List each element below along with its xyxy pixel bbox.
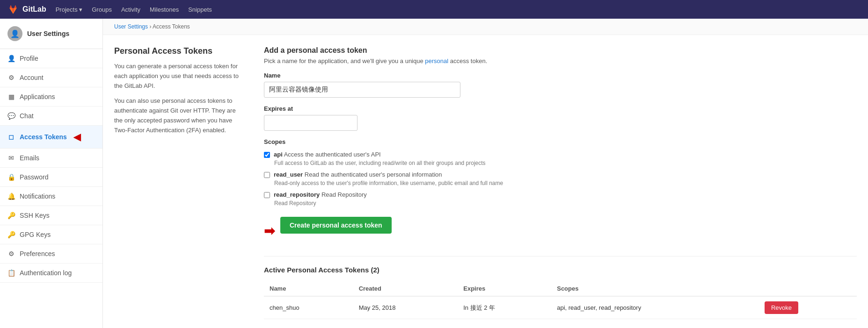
sidebar-item-password[interactable]: 🔒 Password bbox=[0, 168, 102, 187]
scope-api-checkbox[interactable] bbox=[264, 152, 270, 158]
revoke-button[interactable]: Revoke bbox=[765, 301, 798, 314]
token-revoke-cell: Revoke bbox=[759, 296, 857, 319]
description-p2: You can also use personal access tokens … bbox=[114, 96, 245, 135]
col-expires: Expires bbox=[458, 281, 551, 296]
user-avatar: 👤 bbox=[7, 26, 22, 41]
sidebar-item-chat[interactable]: 💬 Chat bbox=[0, 107, 102, 126]
main-content: User Settings › Access Tokens Personal A… bbox=[103, 19, 868, 328]
access-tokens-icon: ◻ bbox=[7, 133, 15, 141]
preferences-icon: ⚙ bbox=[7, 250, 15, 257]
breadcrumb-parent[interactable]: User Settings bbox=[114, 23, 148, 30]
form-title: Add a personal access token bbox=[264, 46, 857, 55]
scope-read-user-desc: Read the authenticated user's personal i… bbox=[305, 171, 442, 178]
ssh-keys-icon: 🔑 bbox=[7, 212, 15, 219]
token-scopes: api, read_user, read_repository bbox=[551, 296, 759, 319]
password-icon: 🔒 bbox=[7, 173, 15, 181]
breadcrumb-current: Access Tokens bbox=[153, 23, 190, 30]
expires-input[interactable] bbox=[264, 115, 357, 131]
col-scopes: Scopes bbox=[551, 281, 759, 296]
scopes-label: Scopes bbox=[264, 138, 857, 145]
top-navigation: GitLab Projects ▾ Groups Activity Milest… bbox=[0, 0, 868, 19]
scope-api-desc: Access the authenticated user's API bbox=[284, 151, 381, 158]
scope-read-user-name: read_user bbox=[274, 171, 303, 178]
logo-text: GitLab bbox=[22, 5, 46, 14]
activity-link[interactable]: Activity bbox=[121, 6, 140, 13]
sidebar-navigation: 👤 Profile ⚙ Account ▦ Applications 💬 bbox=[0, 49, 102, 283]
token-created: May 25, 2018 bbox=[353, 296, 458, 319]
sidebar-header: 👤 User Settings bbox=[0, 19, 102, 49]
auth-log-icon: 📋 bbox=[7, 269, 15, 277]
name-label: Name bbox=[264, 72, 857, 79]
scope-read-repository: read_repository Read Repository Read Rep… bbox=[264, 191, 857, 207]
emails-icon: ✉ bbox=[7, 154, 15, 162]
snippets-link[interactable]: Snippets bbox=[188, 6, 212, 13]
sidebar-item-gpg-keys[interactable]: 🔑 GPG Keys bbox=[0, 225, 102, 244]
scope-read-user-detail: Read-only access to the user's profile i… bbox=[274, 179, 857, 187]
page-title: Personal Access Tokens bbox=[114, 46, 245, 56]
scope-read-repository-name: read_repository bbox=[274, 191, 320, 198]
applications-icon: ▦ bbox=[7, 93, 15, 100]
form-section: Add a personal access token Pick a name … bbox=[264, 46, 857, 319]
create-button-arrow: ➡ bbox=[264, 223, 275, 239]
scope-api-name: api bbox=[274, 151, 283, 158]
gitlab-logo[interactable]: GitLab bbox=[7, 4, 46, 15]
active-arrow-indicator: ◀ bbox=[73, 131, 80, 143]
sidebar-item-ssh-keys[interactable]: 🔑 SSH Keys bbox=[0, 206, 102, 225]
scope-read-repository-checkbox[interactable] bbox=[264, 192, 270, 198]
breadcrumb-separator: › bbox=[149, 23, 151, 30]
milestones-link[interactable]: Milestones bbox=[150, 6, 179, 13]
form-subtitle: Pick a name for the application, and we'… bbox=[264, 57, 857, 64]
table-row: chen_shuo May 25, 2018 In 接近 2 年 api, re… bbox=[264, 296, 857, 319]
col-action bbox=[759, 281, 857, 296]
create-token-button[interactable]: Create personal access token bbox=[280, 217, 392, 234]
notifications-icon: 🔔 bbox=[7, 193, 15, 200]
tokens-table: Name Created Expires Scopes chen_shuo Ma… bbox=[264, 281, 857, 319]
scope-api-detail: Full access to GitLab as the user, inclu… bbox=[274, 159, 857, 167]
scope-read-repository-detail: Read Repository bbox=[274, 199, 857, 207]
breadcrumb: User Settings › Access Tokens bbox=[103, 19, 868, 35]
page-body: Personal Access Tokens You can generate … bbox=[103, 35, 868, 328]
projects-menu[interactable]: Projects ▾ bbox=[56, 6, 83, 13]
sidebar-item-profile[interactable]: 👤 Profile bbox=[0, 49, 102, 68]
token-expires: In 接近 2 年 bbox=[458, 296, 551, 319]
description-section: Personal Access Tokens You can generate … bbox=[114, 46, 245, 319]
sidebar-title: User Settings bbox=[27, 30, 69, 37]
token-name: chen_shuo bbox=[264, 296, 353, 319]
col-name: Name bbox=[264, 281, 353, 296]
gpg-keys-icon: 🔑 bbox=[7, 231, 15, 238]
sidebar-item-notifications[interactable]: 🔔 Notifications bbox=[0, 187, 102, 206]
name-input[interactable] bbox=[264, 82, 460, 98]
sidebar-item-account[interactable]: ⚙ Account bbox=[0, 68, 102, 87]
sidebar-item-preferences[interactable]: ⚙ Preferences bbox=[0, 244, 102, 264]
expires-form-group: Expires at bbox=[264, 105, 857, 131]
scope-read-user: read_user Read the authenticated user's … bbox=[264, 171, 857, 187]
chat-icon: 💬 bbox=[7, 112, 15, 120]
scope-api: api Access the authenticated user's API … bbox=[264, 151, 857, 167]
col-created: Created bbox=[353, 281, 458, 296]
groups-menu[interactable]: Groups bbox=[92, 6, 112, 13]
active-tokens-title: Active Personal Access Tokens (2) bbox=[264, 266, 857, 274]
account-icon: ⚙ bbox=[7, 74, 15, 81]
expires-label: Expires at bbox=[264, 105, 857, 112]
name-form-group: Name bbox=[264, 72, 857, 98]
active-tokens-section: Active Personal Access Tokens (2) Name C… bbox=[264, 256, 857, 319]
sidebar-item-emails[interactable]: ✉ Emails bbox=[0, 149, 102, 168]
scope-read-repository-desc: Read Repository bbox=[321, 191, 367, 198]
personal-link[interactable]: personal bbox=[425, 57, 448, 64]
sidebar: 👤 User Settings 👤 Profile ⚙ Account ▦ Ap… bbox=[0, 19, 103, 328]
sidebar-item-applications[interactable]: ▦ Applications bbox=[0, 87, 102, 107]
sidebar-item-auth-log[interactable]: 📋 Authentication log bbox=[0, 264, 102, 283]
profile-icon: 👤 bbox=[7, 55, 15, 62]
scope-read-user-checkbox[interactable] bbox=[264, 172, 270, 178]
sidebar-item-access-tokens[interactable]: ◻ Access Tokens ◀ bbox=[0, 126, 102, 149]
description-p1: You can generate a personal access token… bbox=[114, 62, 245, 91]
scopes-section: Scopes api Access the authenticated user… bbox=[264, 138, 857, 207]
